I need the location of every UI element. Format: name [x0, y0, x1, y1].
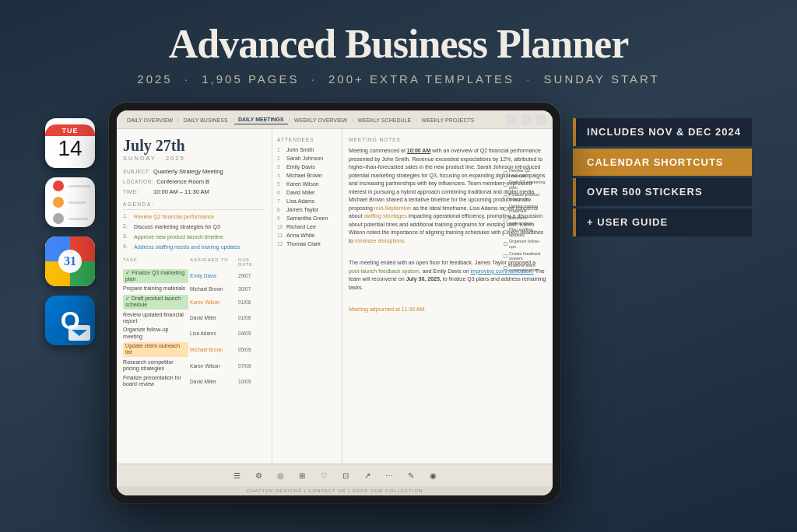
task-row-2: Prepare training materials Michael Brown… — [123, 285, 265, 292]
tablet-footer: CHATTAN DESIGN® | CONTACT US | SHOP OUR … — [117, 486, 553, 495]
right-badges: INCLUDES NOV & DEC 2024 CALENDAR SHORTCU… — [573, 103, 752, 236]
location-label: LOCATION: — [123, 178, 153, 184]
attendee-10: 10 Richard Lee — [277, 224, 337, 229]
toolbar-icon-7[interactable]: ↗ — [361, 469, 374, 481]
task-name-6: Update client outreach list — [123, 342, 188, 357]
gray-dot — [53, 213, 64, 224]
reminder-line-2 — [68, 201, 86, 204]
task-row-7: Research competitor pricing strategies K… — [123, 359, 265, 373]
agenda-item-1: 1. Review Q2 financial performance — [123, 213, 265, 220]
subtitle-year: 2025 — [137, 72, 172, 86]
date-heading: July 27th — [123, 137, 265, 155]
task-row-8: Finalize presentation for board review D… — [123, 375, 265, 388]
check-6: Plan staffing updates — [504, 227, 546, 237]
badge-nov-dec: INCLUDES NOV & DEC 2024 — [573, 118, 752, 146]
nav-tab-weekly-schedule[interactable]: WEEKLY SCHEDULE — [354, 116, 416, 124]
nav-tab-weekly-overview[interactable]: WEEKLY OVERVIEW — [290, 116, 351, 124]
attendee-4: 4 Michael Brown — [277, 173, 337, 178]
dot-2: · — [311, 72, 317, 86]
nav-tab-daily-business[interactable]: DAILY BUSINESS — [180, 116, 232, 124]
task-row-6: Update client outreach list Michael Brow… — [123, 342, 265, 357]
tablet-device: DAILY OVERVIEW | DAILY BUSINESS | DAILY … — [109, 103, 560, 503]
tablet-screen: DAILY OVERVIEW | DAILY BUSINESS | DAILY … — [117, 110, 553, 495]
center-panel: ATTENDEES 1 John Smith 2 Sarah Johnson 3… — [272, 129, 342, 464]
toolbar-icon-8[interactable]: ⋯ — [383, 469, 395, 481]
reminders-app-icon[interactable] — [45, 177, 95, 227]
gcal-number: 31 — [58, 250, 82, 273]
badge-user-guide: + USER GUIDE — [573, 208, 752, 236]
check-4: Update training materials — [504, 204, 546, 214]
time-value: 10:00 AM – 11:30 AM — [153, 188, 209, 195]
nav-tab-weekly-projects[interactable]: WEEKLY PROJECTS — [418, 116, 479, 124]
badge-text-2: CALENDAR SHORTCUTS — [587, 156, 723, 169]
outlook-app-icon[interactable]: O — [45, 296, 95, 345]
checkbox-3[interactable] — [504, 195, 507, 199]
nav-icon-group — [506, 114, 546, 125]
task-assign-3: Karen Wilson — [190, 299, 237, 305]
nav-divider-1: | — [177, 117, 178, 123]
toolbar-icon-6[interactable]: ⊡ — [339, 469, 352, 481]
check-7: Organize follow-ups — [504, 239, 546, 249]
nav-tab-daily-meetings[interactable]: DAILY MEETINGS — [234, 115, 288, 124]
nav-icon-1[interactable] — [506, 114, 517, 125]
subtitle-pages: 1,905 PAGES — [202, 72, 299, 86]
toolbar-icon-9[interactable]: ✎ — [405, 469, 417, 481]
task-name-1: ✓ Finalize Q3 marketing plan — [123, 269, 188, 284]
task-table: TASK ASSIGNED TO DUE DATE ✓ Finalize Q3 … — [123, 257, 265, 388]
checkbox-8[interactable] — [504, 254, 507, 258]
content-row: TUE 14 — [0, 95, 797, 503]
right-panel: MEETING NOTES Meeting commenced at 10:00… — [342, 129, 553, 464]
checkbox-5[interactable] — [504, 219, 507, 222]
checkbox-4[interactable] — [504, 207, 507, 211]
subtitle-templates: 200+ EXTRA TEMPLATES — [328, 72, 514, 86]
task-name-3: ✓ Draft product launch schedule — [123, 295, 188, 310]
task-row-3: ✓ Draft product launch schedule Karen Wi… — [123, 295, 265, 310]
nav-tab-daily-overview[interactable]: DAILY OVERVIEW — [123, 116, 177, 124]
dot-3: · — [526, 72, 532, 86]
attendee-11: 11 Anna White — [277, 233, 337, 238]
nav-divider-4: | — [352, 117, 353, 123]
toolbar-icon-2[interactable]: ⚙ — [252, 469, 265, 481]
toolbar-icon-3[interactable]: ◎ — [274, 469, 286, 481]
task-assign-8: David Miller — [190, 379, 237, 384]
nav-icon-3[interactable] — [535, 114, 546, 125]
checkbox-7[interactable] — [504, 242, 507, 246]
checkbox-2[interactable] — [504, 183, 507, 187]
left-panel: July 27th SUNDAY · 2025 SUBJECT: Quarter… — [117, 129, 272, 464]
agenda-item-4: 4. Address staffing needs and training u… — [123, 243, 265, 250]
checkbox-1[interactable] — [504, 171, 507, 175]
nav-divider-3: | — [289, 117, 290, 123]
reminder-dot-3 — [53, 213, 88, 224]
attendees-title: ATTENDEES — [277, 137, 337, 142]
calendar-app-icon[interactable]: TUE 14 — [45, 118, 95, 168]
reminder-dot-2 — [53, 197, 86, 208]
tablet-nav: DAILY OVERVIEW | DAILY BUSINESS | DAILY … — [117, 110, 553, 129]
subtitle: 2025 · 1,905 PAGES · 200+ EXTRA TEMPLATE… — [16, 72, 781, 86]
check-3: Finalize product launch data — [504, 192, 546, 202]
subject-label: SUBJECT: — [123, 168, 150, 174]
checkbox-9[interactable] — [504, 266, 507, 270]
task-due-8: 10/09 — [238, 379, 265, 384]
toolbar-icon-5[interactable]: ♡ — [318, 469, 330, 481]
gcal-app-icon[interactable]: 31 — [45, 236, 95, 286]
agenda-text-2: Discuss marketing strategies for Q3 — [134, 223, 220, 230]
check-label-7: Organize follow-ups — [509, 239, 546, 249]
nav-icon-2[interactable] — [521, 114, 532, 125]
check-label-8: Create feedback system — [509, 251, 546, 261]
toolbar-icon-4[interactable]: ⊞ — [296, 469, 308, 481]
task-name-2: Prepare training materials — [123, 285, 188, 292]
check-label-4: Update training materials — [509, 204, 546, 214]
subject-value: Quarterly Strategy Meeting — [153, 168, 223, 175]
left-app-icons: TUE 14 — [45, 103, 95, 345]
toolbar-icon-10[interactable]: ◉ — [427, 469, 439, 481]
attendee-1: 1 John Smith — [277, 147, 337, 152]
toolbar-icon-1[interactable]: ☰ — [230, 469, 243, 481]
right-sidebar-checks: Review Q2 financials Draft Q3 marketing … — [504, 168, 546, 275]
header-section: Advanced Business Planner 2025 · 1,905 P… — [0, 0, 797, 95]
badge-text-3: OVER 500 STICKERS — [587, 186, 703, 198]
time-label: TIME: — [123, 188, 150, 194]
location-value: Conference Room B — [156, 178, 209, 185]
reminder-line-3 — [68, 218, 88, 220]
task-row-1: ✓ Finalize Q3 marketing plan Emily Davis… — [123, 269, 265, 284]
checkbox-6[interactable] — [504, 230, 507, 234]
